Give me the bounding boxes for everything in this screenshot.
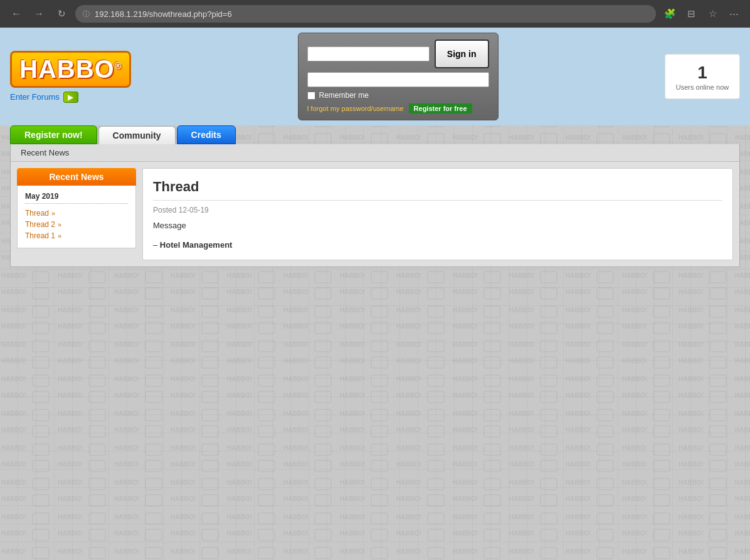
thread-panel: Thread Posted 12-05-19 Message – Hotel M… — [142, 168, 733, 260]
login-links-row: I forgot my password/username Register f… — [307, 103, 489, 114]
users-online-label: Users online now — [675, 83, 729, 91]
refresh-button[interactable]: ↻ — [53, 5, 70, 23]
breadcrumb-label: Recent News — [21, 148, 69, 157]
login-form: Sign in Remember me I forgot my password… — [298, 33, 499, 120]
users-online-panel: 1 Users online now — [665, 54, 740, 99]
nav-bar: Register now! Community Credits — [0, 125, 750, 144]
thread-message: Message — [153, 221, 722, 230]
breadcrumb: Recent News — [11, 144, 739, 162]
enter-forums-link[interactable]: Enter Forums ▶ — [10, 92, 78, 103]
address-text: 192.168.1.219/showthread.php?pid=6 — [95, 9, 232, 19]
login-username-row: Sign in — [307, 40, 489, 68]
sidebar-item-thread1[interactable]: Thread 1 » — [25, 230, 128, 241]
sidebar-arrow-icon: » — [58, 221, 61, 228]
top-bar: HABBO® Enter Forums ▶ Sign in — [0, 28, 750, 125]
password-input[interactable] — [307, 72, 489, 87]
forums-arrow-icon: ▶ — [63, 92, 78, 103]
tab-community[interactable]: Community — [98, 126, 176, 144]
sidebar-item-label: Thread 1 — [25, 231, 55, 240]
sidebar-item-label: Thread — [25, 209, 49, 218]
sidebar-item-thread2[interactable]: Thread 2 » — [25, 219, 128, 230]
users-online-count: 1 — [675, 62, 729, 83]
sidebar-month: May 2019 — [25, 192, 128, 204]
tab-credits[interactable]: Credits — [177, 125, 236, 144]
forward-button[interactable]: → — [30, 5, 48, 23]
username-input[interactable] — [307, 46, 430, 61]
thread-signature: – Hotel Management — [153, 240, 722, 250]
remember-label: Remember me — [319, 91, 369, 100]
browser-chrome: ← → ↻ ⓘ 192.168.1.219/showthread.php?pid… — [0, 0, 750, 28]
register-free-link[interactable]: Register for free — [409, 103, 472, 114]
address-bar: ⓘ 192.168.1.219/showthread.php?pid=6 — [75, 5, 656, 23]
main-content: Recent News Recent News May 2019 Thread … — [10, 144, 740, 267]
thread-title: Thread — [153, 179, 722, 201]
sidebar-body: May 2019 Thread » Thread 2 » Thread 1 » — [17, 186, 136, 248]
lock-icon: ⓘ — [83, 9, 90, 19]
remember-checkbox[interactable] — [307, 92, 315, 100]
sidebar-button[interactable]: ⊟ — [682, 5, 700, 23]
back-button[interactable]: ← — [8, 5, 25, 23]
sidebar: Recent News May 2019 Thread » Thread 2 »… — [17, 168, 136, 260]
forgot-password-link[interactable]: I forgot my password/username — [307, 105, 404, 112]
sidebar-item-thread[interactable]: Thread » — [25, 208, 128, 219]
login-password-row — [307, 72, 489, 87]
sidebar-arrow-icon: » — [51, 209, 55, 217]
bookmark-button[interactable]: ☆ — [704, 5, 721, 23]
logo-text: HABBO® — [19, 55, 122, 83]
sidebar-title: Recent News — [17, 168, 136, 186]
sidebar-item-label: Thread 2 — [25, 220, 55, 229]
remember-row: Remember me — [307, 91, 489, 100]
signin-button[interactable]: Sign in — [435, 40, 489, 68]
enter-forums-label: Enter Forums — [10, 92, 60, 102]
menu-button[interactable]: ⋯ — [725, 5, 742, 23]
browser-actions: 🧩 ⊟ ☆ ⋯ — [661, 5, 742, 23]
content-layout: Recent News May 2019 Thread » Thread 2 »… — [11, 162, 739, 267]
thread-signature-name: Hotel Management — [160, 240, 233, 250]
extensions-button[interactable]: 🧩 — [661, 5, 679, 23]
sidebar-arrow-icon: » — [58, 232, 61, 240]
tab-register[interactable]: Register now! — [10, 125, 97, 144]
thread-posted-date: Posted 12-05-19 — [153, 206, 722, 214]
logo-area: HABBO® Enter Forums ▶ — [10, 51, 131, 103]
habbo-logo: HABBO® — [10, 51, 131, 88]
